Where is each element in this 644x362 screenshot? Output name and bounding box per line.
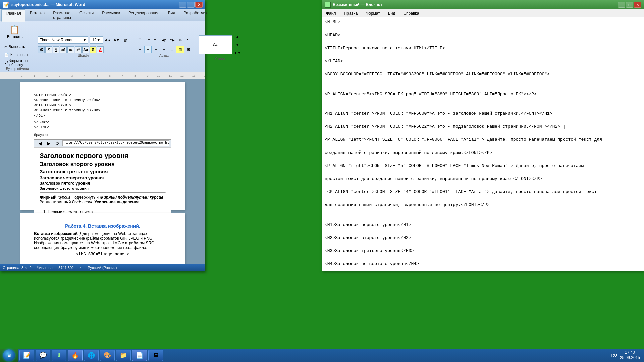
taskbar-app-torrent[interactable]: ⬇ bbox=[52, 350, 66, 361]
page4-intro: Вставка изображений. Для размещения на W… bbox=[34, 231, 171, 250]
browser-forward-button[interactable]: ▶ bbox=[45, 140, 52, 147]
browser-address-bar[interactable]: file:///C:/Users/Olya/Desktop/первое%20з… bbox=[62, 140, 169, 146]
notepad-maximize-button[interactable]: □ bbox=[626, 2, 633, 8]
paste-button[interactable]: 📋 Вставить bbox=[4, 23, 26, 42]
numbering-button[interactable]: 1≡ bbox=[144, 36, 152, 44]
menu-help[interactable]: Справка bbox=[400, 10, 422, 16]
tab-insert[interactable]: Вставка bbox=[26, 9, 49, 21]
styles-more-button[interactable]: ▼▼ bbox=[234, 49, 241, 56]
notepad-icon bbox=[325, 2, 331, 8]
font-grow-button[interactable]: A▲ bbox=[104, 36, 112, 44]
menu-edit[interactable]: Правка bbox=[341, 10, 361, 16]
code-line: <DD>Пояснение к термину 3</DD> bbox=[34, 108, 171, 113]
taskbar-app-word2[interactable]: 📄 bbox=[132, 350, 147, 361]
notepad-text-area[interactable]: <HTML> <HEAD> <TITLE>Первое знакомство с… bbox=[322, 17, 644, 271]
tab-developer[interactable]: Разработчик bbox=[179, 9, 211, 21]
italic-button[interactable]: К bbox=[45, 46, 52, 53]
taskbar-app-word[interactable]: 📝 bbox=[19, 350, 34, 361]
align-left-button[interactable]: ≡ bbox=[136, 46, 144, 53]
taskbar-app-skype[interactable]: 💬 bbox=[36, 350, 50, 361]
doc-page-3: <DT>ТЕРМИН 2</DT> <DD>Пояснение к термин… bbox=[20, 82, 185, 210]
word-maximize-button[interactable]: □ bbox=[187, 2, 195, 8]
menu-view[interactable]: Вид bbox=[385, 10, 398, 16]
clear-format-button[interactable]: 🗑 bbox=[122, 36, 129, 44]
tab-page-layout[interactable]: Разметка страницы bbox=[49, 9, 75, 21]
styles-gallery[interactable]: Aa bbox=[199, 35, 232, 54]
copy-label: Копировать bbox=[10, 53, 30, 57]
subscript-button[interactable]: x₂ bbox=[67, 46, 74, 53]
notepad-menubar: Файл Правка Формат Вид Справка bbox=[322, 9, 644, 17]
superscript-button[interactable]: x² bbox=[75, 46, 82, 53]
font-name-selector[interactable]: Times New Roman ▼ bbox=[38, 36, 88, 44]
heading1: Заголовок первого уровня bbox=[40, 152, 166, 160]
tab-review[interactable]: Рецензирование bbox=[124, 9, 164, 21]
code-line: <DD>Пояснение к термину 2</DD> bbox=[34, 98, 171, 103]
code-line: <DT>ТЕРМИН 3</DT> bbox=[34, 103, 171, 108]
notepad-line: <H2 ALIGN="center"><FONT COLOR="#FF6622"… bbox=[325, 123, 641, 130]
sort-button[interactable]: ⇅ bbox=[176, 36, 184, 44]
show-marks-button[interactable]: ¶ bbox=[184, 36, 192, 44]
shading-button[interactable]: ▥ bbox=[176, 46, 184, 53]
start-button[interactable]: ⊞ bbox=[0, 349, 18, 362]
notepad-line: создания нашей странички, выровненный по… bbox=[325, 149, 641, 156]
word-close-button[interactable]: ✕ bbox=[195, 2, 203, 8]
taskbar-app-firefox[interactable]: 🔥 bbox=[68, 350, 83, 361]
menu-file[interactable]: Файл bbox=[323, 10, 339, 16]
notepad-line: <H3>Заголовок третьего уровня</H3> bbox=[325, 248, 641, 254]
clock-date: 25.09.2015 bbox=[620, 355, 640, 361]
underline-button[interactable]: Ч bbox=[53, 46, 59, 53]
taskbar-app-chrome[interactable]: 🌐 bbox=[84, 350, 99, 361]
text-case-button[interactable]: Аа bbox=[82, 46, 89, 53]
text-styles-row: Жирный Курсив Подчёркнутый Жирный подчёр… bbox=[40, 195, 166, 205]
notepad-line: простой текст для создания нашей странич… bbox=[325, 176, 641, 182]
increase-indent-button[interactable]: ≡▶ bbox=[168, 36, 176, 44]
decrease-indent-button[interactable]: ◀≡ bbox=[160, 36, 168, 44]
windows-orb: ⊞ bbox=[3, 349, 15, 361]
taskbar-apps: 📝 💬 ⬇ 🔥 🌐 🎨 📁 📄 🖥 bbox=[18, 350, 607, 361]
notepad-win-controls: ─ □ ✕ bbox=[618, 2, 641, 8]
styles-up-button[interactable]: ▲ bbox=[234, 33, 241, 40]
font-shrink-button[interactable]: A▼ bbox=[113, 36, 120, 44]
line-spacing-button[interactable]: ↕ bbox=[168, 46, 176, 53]
word-window: 📝 saytopostroenie.d... — Microsoft Word … bbox=[0, 0, 205, 272]
notepad-minimize-button[interactable]: ─ bbox=[618, 2, 625, 8]
browser-toolbar: ◀ ▶ ↺ file:///C:/Users/Olya/Desktop/перв… bbox=[34, 140, 171, 148]
font-size-value: 12 bbox=[92, 38, 96, 42]
format-row: Ж К Ч зб x₂ x² Аа Я А bbox=[38, 46, 104, 53]
cut-button[interactable]: ✂ Вырезать bbox=[4, 43, 31, 50]
styles-down-button[interactable]: ▼ bbox=[234, 41, 241, 48]
word-minimize-button[interactable]: ─ bbox=[179, 2, 186, 8]
justify-button[interactable]: ≡ bbox=[160, 46, 168, 53]
notepad-window: Безымянный — Блокнот ─ □ ✕ Файл Правка Ф… bbox=[322, 0, 644, 271]
ruler-marks: ·2·············1·············1··········… bbox=[20, 74, 205, 77]
format-painter-button[interactable]: 🖌 Формат по образцу bbox=[4, 59, 31, 66]
font-color-button[interactable]: А bbox=[97, 46, 104, 53]
bullets-button[interactable]: ☰ bbox=[136, 36, 144, 44]
multilevel-list-button[interactable]: ≡↓ bbox=[152, 36, 160, 44]
font-size-selector[interactable]: 12 ▼ bbox=[90, 36, 103, 44]
tab-home[interactable]: Главная bbox=[1, 9, 25, 22]
doc-pages[interactable]: <DT>ТЕРМИН 2</DT> <DD>Пояснение к термин… bbox=[0, 79, 205, 264]
bold-button[interactable]: Ж bbox=[38, 46, 45, 53]
highlight-button[interactable]: Я bbox=[90, 46, 96, 53]
menu-format[interactable]: Формат bbox=[363, 10, 383, 16]
align-right-button[interactable]: ≡ bbox=[152, 46, 160, 53]
taskbar-app-explorer[interactable]: 📁 bbox=[116, 350, 131, 361]
notepad-line: <P ALIGN="center"><FONT SIZE="4" COLOR="… bbox=[325, 189, 641, 195]
browser-back-button[interactable]: ◀ bbox=[36, 140, 44, 147]
tab-mailings[interactable]: Рассылки bbox=[98, 9, 124, 21]
strikethrough-button[interactable]: зб bbox=[60, 46, 67, 53]
tab-references[interactable]: Ссылки bbox=[75, 9, 98, 21]
page-status: Страница: 3 из 9 bbox=[3, 266, 32, 270]
copy-button[interactable]: 📄 Копировать bbox=[4, 51, 31, 58]
font-label: Шрифт bbox=[78, 54, 89, 57]
align-center-button[interactable]: ≡ bbox=[144, 46, 152, 53]
borders-button[interactable]: ⊞ bbox=[184, 46, 192, 53]
tab-view[interactable]: Вид bbox=[164, 9, 179, 21]
notepad-close-button[interactable]: ✕ bbox=[634, 2, 641, 8]
taskbar-app-notepad[interactable]: 🖥 bbox=[148, 350, 163, 361]
browser-refresh-button[interactable]: ↺ bbox=[54, 140, 61, 147]
taskbar-app-paint[interactable]: 🎨 bbox=[100, 350, 115, 361]
font-content: Times New Roman ▼ 12 ▼ A▲ A▼ 🗑 Ж К bbox=[38, 36, 129, 53]
word-titlebar: 📝 saytopostroenie.d... — Microsoft Word … bbox=[0, 0, 205, 9]
